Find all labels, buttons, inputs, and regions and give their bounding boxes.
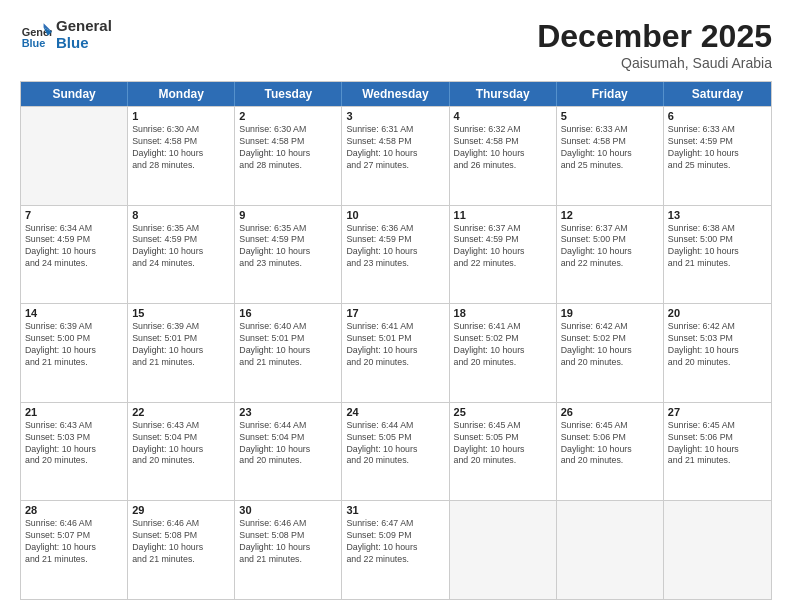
calendar-cell: [21, 107, 128, 205]
day-number: 29: [132, 504, 230, 516]
day-info: Sunrise: 6:33 AM Sunset: 4:59 PM Dayligh…: [668, 124, 767, 172]
day-number: 21: [25, 406, 123, 418]
calendar-cell: 20Sunrise: 6:42 AM Sunset: 5:03 PM Dayli…: [664, 304, 771, 402]
calendar-cell: 3Sunrise: 6:31 AM Sunset: 4:58 PM Daylig…: [342, 107, 449, 205]
day-number: 27: [668, 406, 767, 418]
day-info: Sunrise: 6:43 AM Sunset: 5:03 PM Dayligh…: [25, 420, 123, 468]
calendar-cell: 8Sunrise: 6:35 AM Sunset: 4:59 PM Daylig…: [128, 206, 235, 304]
day-info: Sunrise: 6:41 AM Sunset: 5:01 PM Dayligh…: [346, 321, 444, 369]
calendar-row: 1Sunrise: 6:30 AM Sunset: 4:58 PM Daylig…: [21, 106, 771, 205]
day-number: 8: [132, 209, 230, 221]
weekday-header: Friday: [557, 82, 664, 106]
calendar-cell: 2Sunrise: 6:30 AM Sunset: 4:58 PM Daylig…: [235, 107, 342, 205]
calendar-cell: 6Sunrise: 6:33 AM Sunset: 4:59 PM Daylig…: [664, 107, 771, 205]
day-info: Sunrise: 6:36 AM Sunset: 4:59 PM Dayligh…: [346, 223, 444, 271]
svg-text:Blue: Blue: [22, 36, 46, 48]
calendar-cell: [557, 501, 664, 599]
calendar-cell: 13Sunrise: 6:38 AM Sunset: 5:00 PM Dayli…: [664, 206, 771, 304]
weekday-header: Tuesday: [235, 82, 342, 106]
day-info: Sunrise: 6:45 AM Sunset: 5:06 PM Dayligh…: [668, 420, 767, 468]
calendar-cell: [450, 501, 557, 599]
day-info: Sunrise: 6:47 AM Sunset: 5:09 PM Dayligh…: [346, 518, 444, 566]
day-number: 15: [132, 307, 230, 319]
day-number: 3: [346, 110, 444, 122]
calendar-cell: 23Sunrise: 6:44 AM Sunset: 5:04 PM Dayli…: [235, 403, 342, 501]
page: General Blue General Blue December 2025 …: [0, 0, 792, 612]
title-block: December 2025 Qaisumah, Saudi Arabia: [537, 18, 772, 71]
logo-icon: General Blue: [20, 19, 52, 51]
calendar-cell: 14Sunrise: 6:39 AM Sunset: 5:00 PM Dayli…: [21, 304, 128, 402]
day-number: 22: [132, 406, 230, 418]
calendar-cell: 22Sunrise: 6:43 AM Sunset: 5:04 PM Dayli…: [128, 403, 235, 501]
day-info: Sunrise: 6:33 AM Sunset: 4:58 PM Dayligh…: [561, 124, 659, 172]
day-info: Sunrise: 6:40 AM Sunset: 5:01 PM Dayligh…: [239, 321, 337, 369]
calendar-cell: 10Sunrise: 6:36 AM Sunset: 4:59 PM Dayli…: [342, 206, 449, 304]
day-number: 12: [561, 209, 659, 221]
day-info: Sunrise: 6:45 AM Sunset: 5:05 PM Dayligh…: [454, 420, 552, 468]
calendar-cell: 21Sunrise: 6:43 AM Sunset: 5:03 PM Dayli…: [21, 403, 128, 501]
day-number: 30: [239, 504, 337, 516]
day-info: Sunrise: 6:35 AM Sunset: 4:59 PM Dayligh…: [239, 223, 337, 271]
calendar-cell: 15Sunrise: 6:39 AM Sunset: 5:01 PM Dayli…: [128, 304, 235, 402]
calendar-cell: 29Sunrise: 6:46 AM Sunset: 5:08 PM Dayli…: [128, 501, 235, 599]
calendar-cell: 4Sunrise: 6:32 AM Sunset: 4:58 PM Daylig…: [450, 107, 557, 205]
calendar-cell: 30Sunrise: 6:46 AM Sunset: 5:08 PM Dayli…: [235, 501, 342, 599]
day-info: Sunrise: 6:45 AM Sunset: 5:06 PM Dayligh…: [561, 420, 659, 468]
day-info: Sunrise: 6:39 AM Sunset: 5:00 PM Dayligh…: [25, 321, 123, 369]
calendar-cell: 17Sunrise: 6:41 AM Sunset: 5:01 PM Dayli…: [342, 304, 449, 402]
day-info: Sunrise: 6:44 AM Sunset: 5:04 PM Dayligh…: [239, 420, 337, 468]
location: Qaisumah, Saudi Arabia: [537, 55, 772, 71]
day-info: Sunrise: 6:44 AM Sunset: 5:05 PM Dayligh…: [346, 420, 444, 468]
weekday-header: Monday: [128, 82, 235, 106]
day-number: 10: [346, 209, 444, 221]
day-info: Sunrise: 6:35 AM Sunset: 4:59 PM Dayligh…: [132, 223, 230, 271]
day-number: 5: [561, 110, 659, 122]
day-number: 23: [239, 406, 337, 418]
day-info: Sunrise: 6:37 AM Sunset: 5:00 PM Dayligh…: [561, 223, 659, 271]
weekday-header: Sunday: [21, 82, 128, 106]
calendar-cell: [664, 501, 771, 599]
day-info: Sunrise: 6:31 AM Sunset: 4:58 PM Dayligh…: [346, 124, 444, 172]
calendar-row: 28Sunrise: 6:46 AM Sunset: 5:07 PM Dayli…: [21, 500, 771, 599]
day-info: Sunrise: 6:32 AM Sunset: 4:58 PM Dayligh…: [454, 124, 552, 172]
month-title: December 2025: [537, 18, 772, 55]
day-number: 24: [346, 406, 444, 418]
calendar-cell: 5Sunrise: 6:33 AM Sunset: 4:58 PM Daylig…: [557, 107, 664, 205]
calendar-body: 1Sunrise: 6:30 AM Sunset: 4:58 PM Daylig…: [21, 106, 771, 599]
day-number: 14: [25, 307, 123, 319]
day-number: 19: [561, 307, 659, 319]
day-number: 17: [346, 307, 444, 319]
calendar-row: 14Sunrise: 6:39 AM Sunset: 5:00 PM Dayli…: [21, 303, 771, 402]
header: General Blue General Blue December 2025 …: [20, 18, 772, 71]
day-number: 16: [239, 307, 337, 319]
weekday-header: Wednesday: [342, 82, 449, 106]
day-number: 7: [25, 209, 123, 221]
calendar-cell: 27Sunrise: 6:45 AM Sunset: 5:06 PM Dayli…: [664, 403, 771, 501]
logo: General Blue General Blue: [20, 18, 112, 51]
calendar-header: SundayMondayTuesdayWednesdayThursdayFrid…: [21, 82, 771, 106]
day-number: 2: [239, 110, 337, 122]
calendar-cell: 1Sunrise: 6:30 AM Sunset: 4:58 PM Daylig…: [128, 107, 235, 205]
calendar-cell: 7Sunrise: 6:34 AM Sunset: 4:59 PM Daylig…: [21, 206, 128, 304]
calendar-row: 7Sunrise: 6:34 AM Sunset: 4:59 PM Daylig…: [21, 205, 771, 304]
day-info: Sunrise: 6:37 AM Sunset: 4:59 PM Dayligh…: [454, 223, 552, 271]
day-info: Sunrise: 6:39 AM Sunset: 5:01 PM Dayligh…: [132, 321, 230, 369]
calendar-row: 21Sunrise: 6:43 AM Sunset: 5:03 PM Dayli…: [21, 402, 771, 501]
day-number: 1: [132, 110, 230, 122]
calendar-cell: 18Sunrise: 6:41 AM Sunset: 5:02 PM Dayli…: [450, 304, 557, 402]
day-info: Sunrise: 6:43 AM Sunset: 5:04 PM Dayligh…: [132, 420, 230, 468]
day-number: 18: [454, 307, 552, 319]
calendar-cell: 11Sunrise: 6:37 AM Sunset: 4:59 PM Dayli…: [450, 206, 557, 304]
day-number: 26: [561, 406, 659, 418]
day-number: 11: [454, 209, 552, 221]
day-info: Sunrise: 6:30 AM Sunset: 4:58 PM Dayligh…: [132, 124, 230, 172]
day-info: Sunrise: 6:34 AM Sunset: 4:59 PM Dayligh…: [25, 223, 123, 271]
day-info: Sunrise: 6:38 AM Sunset: 5:00 PM Dayligh…: [668, 223, 767, 271]
day-info: Sunrise: 6:46 AM Sunset: 5:08 PM Dayligh…: [239, 518, 337, 566]
calendar: SundayMondayTuesdayWednesdayThursdayFrid…: [20, 81, 772, 600]
calendar-cell: 24Sunrise: 6:44 AM Sunset: 5:05 PM Dayli…: [342, 403, 449, 501]
day-number: 13: [668, 209, 767, 221]
day-number: 6: [668, 110, 767, 122]
day-number: 25: [454, 406, 552, 418]
calendar-cell: 25Sunrise: 6:45 AM Sunset: 5:05 PM Dayli…: [450, 403, 557, 501]
